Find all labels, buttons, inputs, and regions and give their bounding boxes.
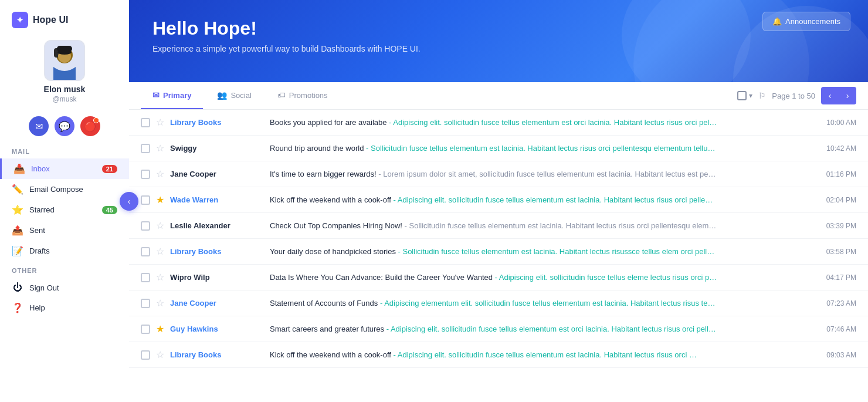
email-sender: Library Books: [170, 247, 264, 256]
email-sender: Wade Warren: [170, 195, 264, 204]
email-row[interactable]: ☆ Jane Cooper It's time to earn bigger r…: [129, 161, 868, 187]
avatar-area: Elon musk @musk: [44, 40, 86, 103]
email-row[interactable]: ★ Wade Warren Kick off the weekend with …: [129, 187, 868, 213]
email-row[interactable]: ☆ Jane Cooper Statement of Accounts of F…: [129, 290, 868, 316]
next-page-button[interactable]: ›: [839, 87, 856, 104]
select-all-checkbox[interactable]: [737, 91, 747, 100]
star-icon[interactable]: ☆: [156, 272, 164, 283]
sidebar-item-inbox[interactable]: 📥 Inbox 21: [0, 158, 129, 179]
tab-social[interactable]: 👥 Social: [205, 82, 263, 109]
email-preview: - Adipiscing elit. sollicitudin fusce te…: [495, 273, 717, 282]
user-handle: @musk: [53, 95, 77, 103]
email-row[interactable]: ☆ Library Books Books you applied for ar…: [129, 110, 868, 136]
email-sender: Leslie Alexander: [170, 221, 264, 230]
email-time: 07:23 AM: [809, 299, 856, 308]
logo-area: ✦ Hope UI: [0, 12, 68, 28]
email-subject: Your daily dose of handpicked stories: [270, 247, 396, 256]
email-preview: - Lorem ipsum dolor sit amet, sollicitud…: [378, 170, 716, 178]
star-icon[interactable]: ☆: [156, 220, 164, 231]
star-icon[interactable]: ☆: [156, 349, 164, 360]
sidebar: ✦ Hope UI Elon musk @musk ✉ 💬 🔴 MAIL 📥 I…: [0, 0, 129, 402]
star-icon[interactable]: ☆: [156, 143, 164, 154]
help-icon: ❓: [12, 302, 23, 313]
email-time: 09:03 AM: [809, 351, 856, 359]
notification-icon-btn[interactable]: 🔴: [80, 116, 100, 136]
email-row[interactable]: ☆ Library Books Your daily dose of handp…: [129, 239, 868, 265]
email-sender: Jane Cooper: [170, 299, 264, 308]
email-checkbox[interactable]: [141, 247, 150, 256]
sent-icon: 📤: [12, 225, 23, 236]
email-time: 03:39 PM: [809, 222, 856, 230]
email-sender: Library Books: [170, 118, 264, 127]
email-icon-btn[interactable]: ✉: [29, 116, 49, 136]
hero-banner: Hello Hope! Experience a simple yet powe…: [129, 0, 868, 82]
star-icon[interactable]: ★: [156, 194, 164, 205]
prev-page-button[interactable]: ‹: [821, 87, 839, 104]
sidebar-item-email-compose[interactable]: ✏️ Email Compose: [0, 179, 129, 200]
primary-tab-icon: ✉: [152, 90, 160, 100]
email-checkbox[interactable]: [141, 325, 150, 334]
sidebar-item-sent[interactable]: 📤 Sent: [0, 220, 129, 241]
email-row[interactable]: ☆ Library Books Kick off the weekend wit…: [129, 342, 868, 368]
email-row[interactable]: ☆ Leslie Alexander Check Out Top Compani…: [129, 213, 868, 239]
select-dropdown-chevron[interactable]: ▾: [749, 92, 752, 100]
email-body: Books you applied for are availabe - Adi…: [270, 118, 803, 127]
email-checkbox[interactable]: [141, 273, 150, 282]
star-icon[interactable]: ☆: [156, 298, 164, 309]
email-row[interactable]: ☆ Swiggy Round trip around the world - S…: [129, 136, 868, 161]
chat-icon-btn[interactable]: 💬: [55, 116, 74, 136]
email-subject: Check Out Top Companies Hiring Now!: [270, 221, 402, 230]
email-body: Data Is Where You Can Advance: Build the…: [270, 273, 803, 282]
tab-promotions[interactable]: 🏷 Promotions: [266, 82, 340, 109]
email-list: ☆ Library Books Books you applied for ar…: [129, 110, 868, 402]
email-row[interactable]: ☆ Wipro Wilp Data Is Where You Can Advan…: [129, 265, 868, 290]
hero-decoration: [622, 0, 751, 82]
star-icon[interactable]: ★: [156, 323, 164, 335]
email-time: 10:00 AM: [809, 119, 856, 127]
filter-icon[interactable]: ⚐: [758, 91, 766, 100]
email-body: It's time to earn bigger rewards! - Lore…: [270, 170, 803, 178]
sidebar-item-sign-out[interactable]: ⏻ Sign Out: [0, 278, 129, 298]
signout-label: Sign Out: [29, 283, 59, 292]
inbox-label: Inbox: [31, 164, 50, 173]
email-time: 01:16 PM: [809, 170, 856, 178]
star-icon[interactable]: ☆: [156, 168, 164, 180]
email-checkbox[interactable]: [141, 299, 150, 308]
tab-primary[interactable]: ✉ Primary: [141, 82, 203, 109]
announcements-button[interactable]: 🔔 Announcements: [762, 12, 850, 31]
social-tab-icon: 👥: [217, 90, 227, 100]
email-time: 03:58 PM: [809, 248, 856, 256]
sidebar-toggle-button[interactable]: ‹: [120, 192, 138, 211]
main-content: Hello Hope! Experience a simple yet powe…: [129, 0, 868, 402]
sidebar-item-help[interactable]: ❓ Help: [0, 298, 129, 318]
hero-subtitle: Experience a simple yet powerful way to …: [152, 44, 845, 53]
starred-label: Starred: [29, 205, 55, 214]
logo-icon: ✦: [12, 12, 28, 28]
email-preview: - Adipiscing elementum elit. sollicitudi…: [380, 299, 716, 308]
email-checkbox[interactable]: [141, 144, 150, 153]
email-subject: It's time to earn bigger rewards!: [270, 170, 377, 178]
compose-icon: ✏️: [12, 184, 23, 195]
svg-point-5: [57, 50, 72, 55]
sidebar-item-drafts[interactable]: 📝 Drafts: [0, 241, 129, 261]
email-checkbox[interactable]: [141, 350, 150, 360]
email-preview: - Adipiscing elit. sollicitudin fusce te…: [389, 118, 717, 127]
pagination-arrows: ‹ ›: [821, 87, 856, 104]
email-checkbox[interactable]: [141, 195, 150, 205]
drafts-icon: 📝: [12, 245, 23, 256]
other-section-label: OTHER: [0, 267, 38, 274]
email-checkbox[interactable]: [141, 221, 150, 231]
sidebar-item-starred[interactable]: ⭐ Starred 45: [0, 200, 129, 220]
email-body: Kick off the weekend with a cook-off - A…: [270, 195, 803, 204]
star-icon[interactable]: ☆: [156, 117, 164, 128]
email-row[interactable]: ★ Guy Hawkins Smart careers and greater …: [129, 316, 868, 342]
email-preview: - Sollicitudin fusce tellus elementum es…: [405, 221, 717, 230]
sent-label: Sent: [29, 226, 45, 235]
starred-badge: 45: [102, 206, 117, 214]
email-checkbox[interactable]: [141, 170, 150, 179]
star-icon[interactable]: ☆: [156, 246, 164, 257]
email-checkbox[interactable]: [141, 118, 150, 127]
avatar: [44, 40, 85, 81]
email-body: Round trip around the world - Sollicitud…: [270, 144, 803, 153]
inbox-icon: 📥: [13, 163, 25, 174]
